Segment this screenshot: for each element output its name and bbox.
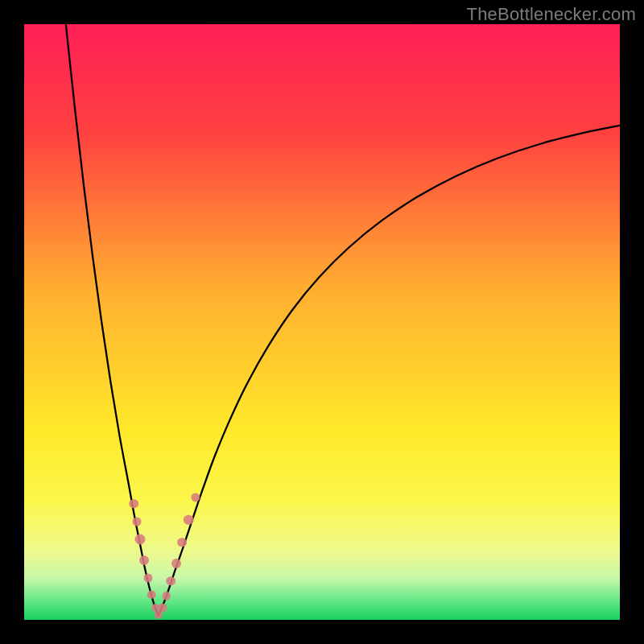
data-marker [163,592,171,601]
data-marker [139,555,149,565]
data-marker [135,535,146,545]
data-marker [158,604,167,613]
background-gradient [24,24,620,620]
plot-area [24,24,620,620]
data-marker [143,574,152,583]
data-marker [129,499,138,509]
data-marker [171,559,181,568]
chart-frame: TheBottlenecker.com [0,0,644,644]
data-marker [132,517,141,526]
data-marker [166,576,175,586]
watermark-text: TheBottlenecker.com [467,4,636,25]
data-marker [177,538,187,547]
